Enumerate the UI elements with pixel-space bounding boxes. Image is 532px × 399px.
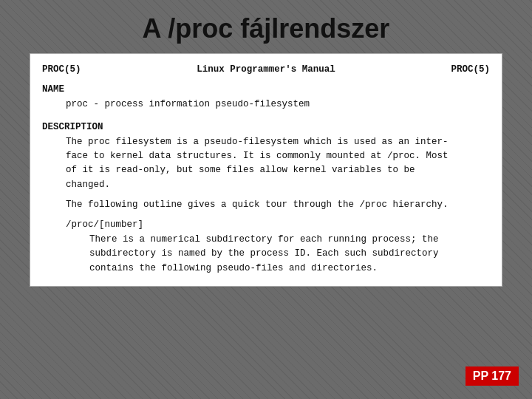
description-label: DESCRIPTION bbox=[42, 120, 490, 134]
proc-number-section: /proc/[number] There is a numerical subd… bbox=[42, 218, 490, 276]
desc-line3: of it is read-only, but some files allow… bbox=[66, 163, 490, 177]
proc-number-line2: subdirectory is named by the process ID.… bbox=[89, 247, 490, 261]
man-header-right: PROC(5) bbox=[451, 63, 490, 77]
description-section: DESCRIPTION The proc filesystem is a pse… bbox=[42, 120, 490, 192]
man-header-left: PROC(5) bbox=[42, 63, 81, 77]
desc-line1: The proc filesystem is a pseudo-filesyst… bbox=[66, 135, 490, 149]
man-page-box: PROC(5) Linux Programmer's Manual PROC(5… bbox=[30, 53, 502, 287]
man-header-center: Linux Programmer's Manual bbox=[197, 63, 335, 77]
proc-number-line3: contains the following pseudo-files and … bbox=[89, 262, 490, 276]
pp-badge: PP 177 bbox=[466, 366, 519, 386]
proc-number-line1: There is a numerical subdirectory for ea… bbox=[89, 233, 490, 247]
man-header: PROC(5) Linux Programmer's Manual PROC(5… bbox=[42, 63, 490, 77]
name-label: NAME bbox=[42, 83, 490, 97]
desc-line4: changed. bbox=[66, 178, 490, 192]
title-area: A /proc fájlrendszer bbox=[0, 0, 532, 53]
name-content: proc - process information pseudo-filesy… bbox=[66, 98, 490, 112]
desc-line2: face to kernel data structures. It is co… bbox=[66, 149, 490, 163]
page-title: A /proc fájlrendszer bbox=[143, 13, 390, 44]
desc-tour: The following outline gives a quick tour… bbox=[66, 198, 490, 212]
name-section: NAME proc - process information pseudo-f… bbox=[42, 83, 490, 112]
proc-number-label: /proc/[number] bbox=[66, 218, 490, 232]
